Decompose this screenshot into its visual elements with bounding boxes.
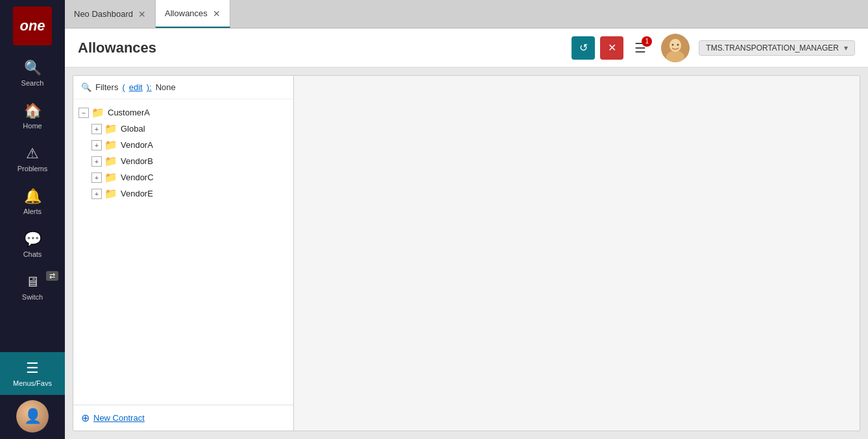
tab-bar: Neo Dashboard ✕ Allowances ✕ [65,0,868,29]
tab-close-neo-dashboard[interactable]: ✕ [138,9,146,19]
sidebar-item-menus-favs[interactable]: ☰ Menus/Favs [0,352,65,395]
tab-neo-dashboard[interactable]: Neo Dashboard ✕ [65,0,156,28]
filters-label: Filters [95,82,118,92]
tree-item-vendor-c[interactable]: + 📁 VendorC [73,169,293,185]
notification-badge: 1 [642,36,652,47]
tab-label: Neo Dashboard [74,9,133,19]
folder-icon: 📁 [104,171,117,184]
folder-icon: 📁 [104,187,117,200]
content-area: 🔍 Filters (edit): None − 📁 CustomerA + [65,67,868,439]
sidebar-item-label: Alerts [23,208,42,215]
tree-panel: 🔍 Filters (edit): None − 📁 CustomerA + [73,76,294,431]
chevron-down-icon: ▾ [844,43,848,53]
folder-icon: 📁 [91,106,104,119]
tree-node-label: VendorC [121,172,154,182]
page-header: Allowances ↺ ✕ ☰ 1 [65,29,868,67]
tree-node-label: VendorA [121,140,153,150]
tree-item-global[interactable]: + 📁 Global [73,121,293,137]
avatar-image [661,34,690,62]
home-icon: 🏠 [24,102,42,119]
svg-point-5 [677,43,679,45]
user-avatar [661,34,690,62]
user-avatar-sidebar[interactable]: 👤 [16,400,49,433]
tree-expand-icon[interactable]: + [91,172,102,183]
sidebar-item-label: Home [23,122,42,130]
filters-edit-close: ): [147,82,152,92]
sidebar-item-problems[interactable]: ⚠ Problems [0,137,65,180]
sidebar-item-alerts[interactable]: 🔔 Alerts [0,180,65,223]
filters-bar: 🔍 Filters (edit): None [73,76,293,99]
sidebar-item-label: Problems [18,165,47,172]
refresh-icon: ↺ [579,42,588,54]
tab-allowances[interactable]: Allowances ✕ [156,0,230,28]
tab-label: Allowances [165,8,208,18]
svg-point-4 [672,43,674,45]
svg-point-3 [669,39,681,52]
sidebar-item-chats[interactable]: 💬 Chats [0,223,65,266]
tree-expand-icon[interactable]: + [91,140,102,150]
sidebar-item-home[interactable]: 🏠 Home [0,95,65,137]
menus-favs-label: Menus/Favs [13,379,52,387]
tree-item-customer-a[interactable]: − 📁 CustomerA [73,104,293,121]
switch-badge: ⇄ [46,271,58,281]
sidebar-item-search[interactable]: 🔍 Search [0,52,65,95]
notification-button[interactable]: ☰ 1 [629,36,652,60]
tree-collapse-icon[interactable]: − [78,108,89,118]
tab-close-allowances[interactable]: ✕ [213,8,221,19]
user-dropdown[interactable]: TMS.TRANSPORTATION_MANAGER ▾ [699,40,855,56]
right-panel [294,76,860,431]
sidebar-item-label: Search [21,79,44,87]
tree-footer: ⊕ New Contract [73,405,293,431]
menus-icon: ☰ [26,360,39,377]
tree-item-vendor-e[interactable]: + 📁 VendorE [73,185,293,202]
problems-icon: ⚠ [26,145,39,162]
add-icon: ⊕ [81,412,90,424]
sidebar: one 🔍 Search 🏠 Home ⚠ Problems 🔔 Alerts … [0,0,65,439]
sidebar-item-label: Switch [22,293,43,301]
logo-text: one [19,18,45,34]
search-icon: 🔍 [24,60,42,77]
tree-node-label: Global [121,124,145,134]
folder-icon: 📁 [104,139,117,151]
folder-icon: 📁 [104,123,117,135]
sidebar-bottom: ☰ Menus/Favs 👤 [0,352,65,439]
tree-node-label: CustomerA [108,108,150,117]
new-contract-link[interactable]: New Contract [93,413,145,423]
folder-icon: 📁 [104,155,117,167]
close-button[interactable]: ✕ [600,36,623,60]
avatar-image: 👤 [16,400,49,433]
tree-node-label: VendorE [121,189,153,198]
main-area: Neo Dashboard ✕ Allowances ✕ Allowances … [65,0,868,439]
sidebar-item-label: Chats [23,250,42,258]
chats-icon: 💬 [24,231,42,248]
switch-icon: 🖥 [25,274,40,291]
tree-item-vendor-b[interactable]: + 📁 VendorB [73,153,293,169]
app-logo[interactable]: one [13,6,52,45]
tree-node-label: VendorB [121,156,153,166]
filters-edit-link[interactable]: ( [122,82,125,92]
user-name: TMS.TRANSPORTATION_MANAGER [706,43,839,53]
tree-expand-icon[interactable]: + [91,124,102,134]
tree-item-vendor-a[interactable]: + 📁 VendorA [73,137,293,153]
sidebar-nav: 🔍 Search 🏠 Home ⚠ Problems 🔔 Alerts 💬 Ch… [0,52,65,352]
tree-expand-icon[interactable]: + [91,156,102,167]
content-panel: 🔍 Filters (edit): None − 📁 CustomerA + [73,75,860,431]
tree-container: − 📁 CustomerA + 📁 Global + 📁 Vendor [73,99,293,405]
header-actions: ↺ ✕ ☰ 1 [572,34,855,62]
page-title: Allowances [78,40,572,56]
alerts-icon: 🔔 [24,188,42,205]
filter-icon: 🔍 [81,82,91,92]
filters-value: None [156,82,176,92]
filters-edit-link2[interactable]: edit [129,82,143,92]
tree-expand-icon[interactable]: + [91,189,102,199]
refresh-button[interactable]: ↺ [572,36,595,60]
close-icon: ✕ [608,42,616,54]
sidebar-item-switch[interactable]: 🖥 Switch ⇄ [0,266,65,309]
